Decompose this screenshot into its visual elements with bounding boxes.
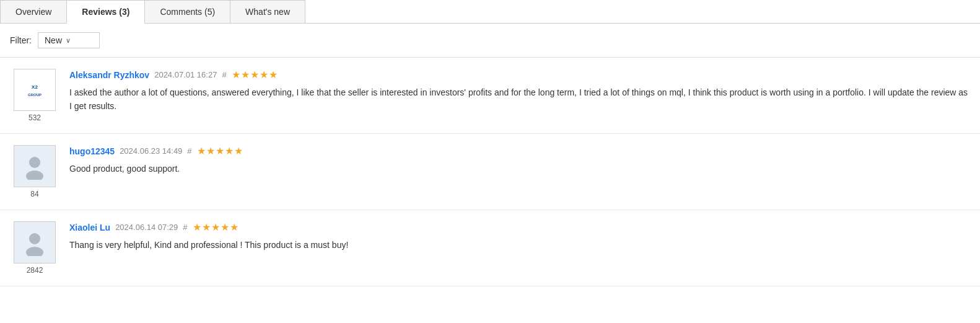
chevron-down-icon: ∨ (66, 37, 71, 45)
filter-label: Filter: (10, 35, 32, 45)
svg-point-6 (26, 247, 43, 256)
svg-point-5 (29, 233, 40, 244)
review-item: 84 hugo12345 2024.06.23 14:49 # ★★★★★ Go… (0, 134, 980, 210)
review-text: Thang is very helpful, Kind and professi… (69, 238, 970, 252)
filter-dropdown[interactable]: New ∨ (38, 32, 100, 48)
avatar-count: 2842 (27, 266, 43, 275)
filter-value: New (45, 35, 62, 45)
review-header: Aleksandr Ryzhkov 2024.07.01 16:27 # ★★★… (69, 69, 970, 81)
svg-point-3 (29, 157, 40, 168)
svg-rect-0 (16, 77, 53, 102)
review-content: hugo12345 2024.06.23 14:49 # ★★★★★ Good … (69, 145, 970, 175)
avatar-count: 84 (30, 190, 38, 198)
review-text: I asked the author a lot of questions, a… (69, 86, 970, 113)
review-hash[interactable]: # (183, 223, 187, 232)
reviewer-name[interactable]: Aleksandr Ryzhkov (69, 70, 149, 80)
avatar (14, 221, 56, 263)
svg-text:X2: X2 (32, 84, 38, 90)
filter-bar: Filter: New ∨ (0, 24, 980, 58)
review-hash[interactable]: # (187, 146, 191, 156)
review-content: Xiaolei Lu 2024.06.14 07:29 # ★★★★★ Than… (69, 221, 970, 252)
review-header: hugo12345 2024.06.23 14:49 # ★★★★★ (69, 145, 970, 157)
review-text: Good product, good support. (69, 162, 970, 175)
review-item: X2 GROUP 532 Aleksandr Ryzhkov 2024.07.0… (0, 58, 980, 134)
review-header: Xiaolei Lu 2024.06.14 07:29 # ★★★★★ (69, 221, 970, 233)
avatar-container: 2842 (10, 221, 59, 275)
avatar (14, 145, 56, 187)
reviewer-name[interactable]: Xiaolei Lu (69, 223, 110, 232)
svg-text:GROUP: GROUP (28, 93, 42, 97)
review-stars: ★★★★★ (193, 221, 239, 233)
review-date: 2024.06.23 14:49 (120, 146, 182, 156)
avatar-container: 84 (10, 145, 59, 198)
review-date: 2024.07.01 16:27 (154, 70, 217, 79)
reviewer-name[interactable]: hugo12345 (69, 146, 115, 156)
review-stars: ★★★★★ (232, 69, 278, 81)
avatar-container: X2 GROUP 532 (10, 69, 59, 122)
tab-reviews[interactable]: Reviews (3) (66, 0, 145, 24)
tab-overview[interactable]: Overview (0, 0, 67, 23)
tab-comments[interactable]: Comments (5) (144, 0, 230, 23)
review-hash[interactable]: # (222, 70, 226, 79)
review-stars: ★★★★★ (197, 145, 243, 157)
review-content: Aleksandr Ryzhkov 2024.07.01 16:27 # ★★★… (69, 69, 970, 113)
svg-point-4 (26, 170, 43, 180)
review-date: 2024.06.14 07:29 (115, 223, 178, 232)
tabs-bar: Overview Reviews (3) Comments (5) What's… (0, 0, 980, 24)
avatar: X2 GROUP (14, 69, 56, 111)
reviews-list: X2 GROUP 532 Aleksandr Ryzhkov 2024.07.0… (0, 58, 980, 286)
avatar-count: 532 (28, 113, 41, 122)
tab-whats-new[interactable]: What's new (230, 0, 305, 23)
review-item: 2842 Xiaolei Lu 2024.06.14 07:29 # ★★★★★… (0, 210, 980, 286)
